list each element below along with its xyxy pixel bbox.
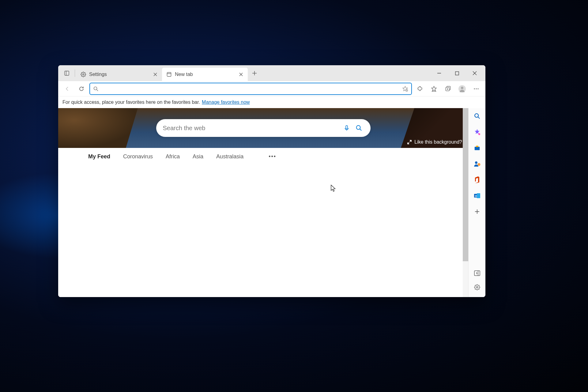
- sidebar-search-icon[interactable]: [473, 112, 481, 120]
- sidebar-discover-icon[interactable]: [473, 128, 481, 136]
- svg-point-44: [476, 287, 478, 288]
- expand-icon: [407, 140, 412, 145]
- search-icon: [93, 86, 99, 92]
- sidebar-people-icon[interactable]: [473, 160, 481, 168]
- hero-banner: Like this background?: [58, 108, 468, 148]
- window-controls: [430, 66, 484, 80]
- content-area: Like this background? My Feed Coronaviru…: [58, 108, 485, 297]
- profile-button[interactable]: [456, 83, 468, 95]
- tab-close-button[interactable]: [237, 71, 245, 78]
- sidebar-outlook-icon[interactable]: O: [473, 191, 481, 200]
- page-icon: [166, 72, 172, 77]
- svg-rect-12: [455, 72, 459, 75]
- sidebar-office-icon[interactable]: [473, 175, 481, 184]
- favorite-star-icon[interactable]: [402, 86, 408, 92]
- feed-tab-myfeed[interactable]: My Feed: [88, 153, 110, 160]
- tab-title: New tab: [175, 72, 234, 77]
- svg-line-29: [360, 129, 361, 130]
- svg-rect-27: [346, 126, 348, 129]
- svg-line-16: [97, 89, 98, 91]
- tab-new-tab[interactable]: New tab: [162, 68, 248, 81]
- sidebar-add-button[interactable]: [473, 207, 481, 216]
- favorites-button[interactable]: [428, 83, 440, 95]
- svg-point-30: [475, 114, 478, 117]
- svg-point-24: [474, 88, 475, 89]
- sidebar-shopping-icon[interactable]: [473, 144, 481, 152]
- browser-window: Settings New tab: [58, 65, 485, 297]
- like-background-link[interactable]: Like this background?: [407, 139, 462, 145]
- toolbar: [58, 81, 485, 96]
- svg-point-23: [461, 87, 463, 89]
- svg-rect-0: [65, 71, 69, 75]
- manage-favorites-link[interactable]: Manage favorites now: [202, 100, 250, 105]
- favorites-bar-message: For quick access, place your favorites h…: [62, 100, 200, 105]
- sidebar-collapse-button[interactable]: [473, 269, 481, 277]
- feed-tab-asia[interactable]: Asia: [193, 153, 203, 160]
- svg-text:O: O: [475, 194, 477, 198]
- minimize-button[interactable]: [430, 66, 448, 80]
- titlebar: Settings New tab: [58, 65, 485, 81]
- edge-sidebar: O: [468, 108, 485, 297]
- search-icon[interactable]: [354, 123, 364, 133]
- feed-tab-coronavirus[interactable]: Coronavirus: [123, 153, 153, 160]
- divider: [75, 70, 75, 77]
- microphone-icon[interactable]: [342, 123, 352, 133]
- close-button[interactable]: [466, 66, 484, 80]
- tab-title: Settings: [89, 72, 149, 77]
- refresh-button[interactable]: [75, 83, 88, 95]
- new-tab-button[interactable]: [248, 66, 261, 80]
- vertical-scrollbar[interactable]: [463, 108, 468, 297]
- favorites-bar: For quick access, place your favorites h…: [58, 96, 485, 108]
- sidebar-settings-icon[interactable]: [473, 283, 481, 292]
- like-background-label: Like this background?: [414, 139, 462, 145]
- tab-close-button[interactable]: [152, 71, 159, 78]
- main-content: Like this background? My Feed Coronaviru…: [58, 108, 468, 297]
- feed-tab-africa[interactable]: Africa: [166, 153, 180, 160]
- svg-point-15: [94, 87, 97, 90]
- cursor-icon: [331, 185, 336, 192]
- svg-point-35: [475, 161, 477, 164]
- address-bar[interactable]: [89, 83, 412, 95]
- menu-button[interactable]: [470, 83, 482, 95]
- extensions-button[interactable]: [414, 83, 426, 95]
- gear-icon: [81, 72, 86, 77]
- feed-tab-australasia[interactable]: Australasia: [216, 153, 243, 160]
- svg-line-31: [478, 117, 480, 119]
- svg-rect-5: [167, 73, 171, 77]
- back-button[interactable]: [61, 83, 74, 95]
- feed-tabs: My Feed Coronavirus Africa Asia Australa…: [58, 148, 468, 160]
- web-search-input[interactable]: [163, 125, 339, 132]
- feed-tabs-more-button[interactable]: •••: [269, 153, 276, 160]
- svg-point-25: [476, 88, 477, 89]
- collections-button[interactable]: [442, 83, 454, 95]
- maximize-button[interactable]: [448, 66, 466, 80]
- tab-settings[interactable]: Settings: [76, 68, 162, 81]
- svg-point-36: [477, 163, 480, 166]
- svg-point-26: [478, 88, 479, 89]
- svg-rect-33: [474, 147, 480, 150]
- address-input[interactable]: [102, 86, 399, 92]
- svg-point-28: [356, 126, 360, 130]
- scrollbar-thumb[interactable]: [463, 108, 468, 261]
- svg-rect-38: [477, 193, 480, 198]
- tab-actions-button[interactable]: [60, 66, 74, 80]
- web-search-box[interactable]: [156, 119, 371, 137]
- svg-point-32: [478, 133, 480, 135]
- svg-point-2: [83, 74, 84, 75]
- svg-rect-34: [476, 146, 478, 147]
